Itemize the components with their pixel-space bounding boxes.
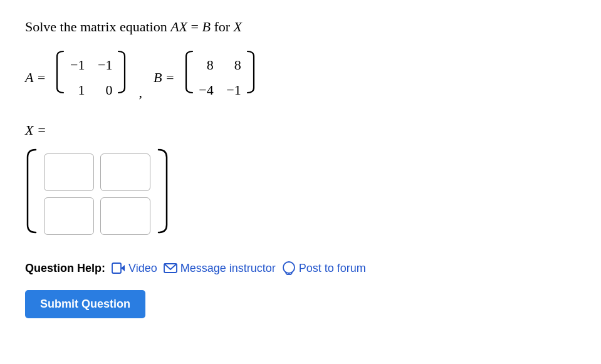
answer-bracket-right: [155, 147, 169, 241]
x-label: X =: [25, 122, 576, 138]
a-11: 0: [97, 78, 112, 103]
answer-cell-01[interactable]: [100, 153, 150, 191]
b-11: −1: [226, 78, 241, 103]
comma-separator: ,: [138, 85, 142, 105]
matrix-a-label: A =: [25, 70, 46, 86]
bracket-left-b: [184, 50, 195, 105]
bracket-right-b: [245, 50, 256, 105]
question-help: Question Help: Video Message instructor …: [25, 261, 576, 275]
post-to-forum-label: Post to forum: [299, 262, 366, 275]
message-instructor-label: Message instructor: [180, 262, 276, 275]
b-01: 8: [226, 53, 241, 78]
answer-bracket-left: [25, 147, 39, 241]
svg-rect-0: [112, 263, 121, 273]
answer-cell-00[interactable]: [44, 153, 94, 191]
video-link-label: Video: [128, 262, 157, 275]
message-instructor-link[interactable]: Message instructor: [164, 262, 276, 275]
post-to-forum-link[interactable]: Post to forum: [282, 261, 366, 275]
a-00: −1: [70, 53, 85, 78]
video-icon: [112, 263, 125, 274]
bracket-left-a: [55, 50, 66, 105]
a-01: −1: [97, 53, 112, 78]
b-00: 8: [199, 53, 214, 78]
svg-point-3: [283, 262, 295, 273]
matrix-b-label: B =: [154, 70, 175, 86]
forum-icon: [282, 261, 296, 275]
matrix-b: 8 8 −4 −1: [184, 50, 256, 105]
input-00[interactable]: [44, 153, 94, 191]
submit-button[interactable]: Submit Question: [25, 290, 145, 318]
answer-cell-10[interactable]: [44, 197, 94, 235]
bracket-right-a: [116, 50, 127, 105]
video-link[interactable]: Video: [112, 262, 157, 275]
input-10[interactable]: [44, 197, 94, 235]
b-10: −4: [199, 78, 214, 103]
matrix-a-grid: −1 −1 1 0: [66, 50, 116, 105]
matrix-a: −1 −1 1 0: [55, 50, 127, 105]
answer-matrix-wrap: [25, 147, 576, 241]
matrix-b-grid: 8 8 −4 −1: [195, 50, 245, 105]
answer-cell-11[interactable]: [100, 197, 150, 235]
help-label: Question Help:: [25, 262, 105, 275]
input-01[interactable]: [100, 153, 150, 191]
problem-title: Solve the matrix equation AX = B for X: [25, 19, 576, 35]
input-11[interactable]: [100, 197, 150, 235]
a-10: 1: [70, 78, 85, 103]
matrices-row: A = −1 −1 1 0 , B = 8 8: [25, 50, 576, 105]
answer-grid: [39, 147, 155, 241]
message-icon: [164, 263, 177, 274]
